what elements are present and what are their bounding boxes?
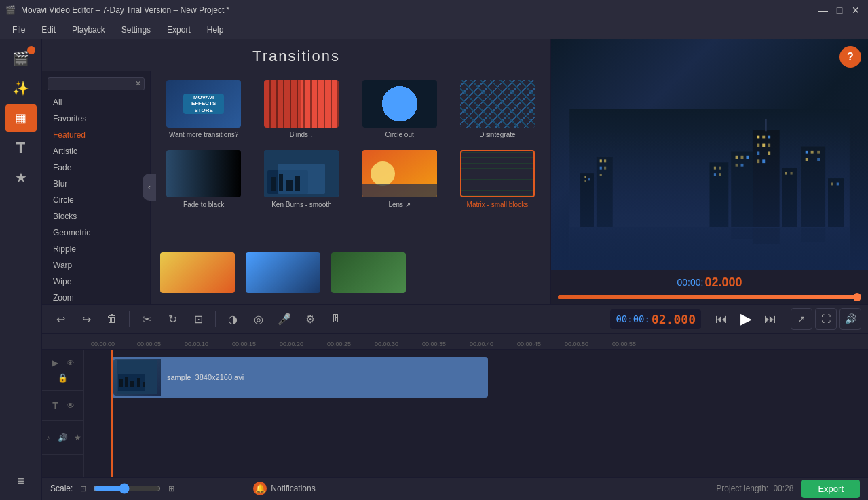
title-eye-icon[interactable]: 👁 — [64, 400, 77, 412]
playback-controls: ⏮ ▶ ⏭ — [711, 308, 781, 330]
transition-disintegrate[interactable]: Disintegrate — [451, 77, 544, 142]
close-button[interactable]: ✕ — [849, 3, 863, 17]
tool-titles[interactable]: T — [5, 134, 37, 161]
audio-track-icons: ♪ 🔊 ★ — [42, 431, 84, 444]
ken-burns-preview-svg — [264, 150, 339, 197]
edit-toolbar: ↩ ↪ 🗑 ✂ ↻ ⊡ ◑ ◎ 🎤 ⚙ 🎚 00:00: 02.000 ⏮ ▶ … — [42, 304, 868, 334]
transitions-grid-area: ‹ MOVAVIEFFECTSSTORE Want more transitio… — [151, 71, 550, 304]
export-ext-button[interactable]: ↗ — [791, 308, 812, 330]
transition-blinds[interactable]: Blinds ↓ — [255, 77, 347, 142]
fullscreen-button[interactable]: ⛶ — [815, 308, 837, 330]
scale-large-icon[interactable]: ⊞ — [165, 484, 177, 493]
toolbar-time-current: 02.000 — [652, 312, 696, 326]
sidebar-item-wipe[interactable]: Wipe — [45, 274, 147, 289]
notifications-button[interactable]: 🔔 Notifications — [253, 482, 315, 495]
menu-help[interactable]: Help — [200, 22, 231, 37]
delete-button[interactable]: 🗑 — [100, 307, 124, 330]
tool-effects[interactable]: ✨ — [5, 75, 37, 102]
go-start-button[interactable]: ⏮ — [711, 308, 732, 330]
preview-progress-thumb[interactable] — [853, 293, 861, 301]
help-button[interactable]: ? — [839, 46, 861, 68]
play-button[interactable]: ▶ — [735, 308, 757, 330]
audio-fx-icon[interactable]: ★ — [72, 431, 84, 444]
stabilize-button[interactable]: ◎ — [247, 307, 270, 330]
sidebar-item-featured[interactable]: Featured — [45, 128, 147, 142]
transitions-title: Transitions — [42, 39, 550, 71]
tool-favorites[interactable]: ★ — [5, 164, 37, 191]
ruler-mark-5: 00:00:25 — [327, 334, 351, 349]
cut-button[interactable]: ✂ — [135, 307, 158, 330]
color-button[interactable]: ◑ — [221, 307, 244, 330]
transitions-grid: MOVAVIEFFECTSSTORE Want more transitions… — [151, 71, 550, 250]
transition-matrix[interactable]: Matrix - small blocks — [451, 147, 544, 212]
scale-small-icon[interactable]: ⊡ — [77, 484, 89, 493]
audio-vol-icon[interactable]: 🔊 — [57, 431, 69, 444]
tool-media[interactable]: 🎬 — [5, 45, 37, 72]
svg-rect-64 — [130, 381, 134, 387]
svg-rect-3 — [271, 177, 276, 191]
preview-progress-bar[interactable] — [558, 295, 861, 299]
sidebar-item-all[interactable]: All — [45, 95, 147, 110]
menubar: File Edit Playback Settings Export Help — [0, 20, 868, 39]
transition-row2-3[interactable] — [328, 250, 409, 297]
sidebar-item-favorites[interactable]: Favorites — [45, 111, 147, 126]
timeline-tracks[interactable]: sample_3840x2160.avi — [84, 350, 868, 476]
collapse-panel-button[interactable]: ‹ — [143, 174, 156, 201]
volume-button[interactable]: 🔊 — [839, 308, 861, 330]
transition-fade-black[interactable]: Fade to black — [157, 147, 250, 212]
sidebar-item-warp[interactable]: Warp — [45, 258, 147, 273]
sidebar-item-fade[interactable]: Fade — [45, 160, 147, 175]
notifications-label: Notifications — [271, 484, 315, 493]
search-box[interactable]: ✕ — [48, 77, 145, 90]
sidebar-item-circle[interactable]: Circle — [45, 193, 147, 208]
svg-rect-2 — [278, 164, 325, 194]
transition-row2-1[interactable] — [157, 250, 238, 297]
sidebar-item-geometric[interactable]: Geometric — [45, 225, 147, 240]
scale-control: Scale: ⊡ ⊞ — [50, 483, 177, 494]
export-view-controls: ↗ ⛶ 🔊 — [791, 308, 861, 330]
menu-playback[interactable]: Playback — [65, 22, 112, 37]
search-clear-icon[interactable]: ✕ — [135, 79, 141, 88]
video-lock-icon[interactable]: 🔒 — [57, 372, 69, 384]
sidebar-item-artistic[interactable]: Artistic — [45, 144, 147, 159]
transitions-body: ✕ All Favorites Featured Artistic Fade B… — [42, 71, 550, 304]
menu-file[interactable]: File — [5, 22, 32, 37]
tool-transitions[interactable]: ▦ — [5, 104, 37, 132]
playhead[interactable] — [111, 350, 113, 476]
sidebar-item-zoom[interactable]: Zoom — [45, 290, 147, 304]
minimize-button[interactable]: — — [816, 3, 830, 17]
sidebar-item-blur[interactable]: Blur — [45, 176, 147, 191]
audio-track-controls: ♪ 🔊 ★ — [42, 421, 83, 455]
menu-settings[interactable]: Settings — [115, 22, 157, 37]
transition-ken-burns[interactable]: Ken Burns - smooth — [255, 147, 347, 212]
maximize-button[interactable]: □ — [833, 3, 846, 17]
disintegrate-label: Disintegrate — [479, 130, 515, 139]
video-eye-icon[interactable]: 👁 — [64, 357, 77, 369]
transition-effects-store[interactable]: MOVAVIEFFECTSSTORE Want more transitions… — [157, 77, 250, 142]
search-input[interactable] — [51, 80, 135, 88]
redo-button[interactable]: ↪ — [75, 307, 98, 330]
undo-button[interactable]: ↩ — [49, 307, 72, 330]
circle-out-thumb — [362, 80, 437, 128]
settings-button[interactable]: ⚙ — [299, 307, 322, 330]
transition-row2-2[interactable] — [243, 250, 323, 297]
go-end-button[interactable]: ⏭ — [759, 308, 781, 330]
scale-label: Scale: — [50, 484, 73, 493]
audio-eq-button[interactable]: 🎚 — [324, 307, 347, 330]
mic-button[interactable]: 🎤 — [273, 307, 296, 330]
app-title: Movavi Video Editor – 7-Day Trial Versio… — [21, 5, 229, 15]
disintegrate-thumb — [460, 80, 535, 128]
transition-lens[interactable]: Lens ↗ — [354, 147, 446, 212]
blinds-label: Blinds ↓ — [290, 130, 314, 139]
sidebar-item-blocks[interactable]: Blocks — [45, 209, 147, 224]
sidebar-item-ripple[interactable]: Ripple — [45, 242, 147, 256]
transition-circle-out[interactable]: Circle out — [354, 77, 446, 142]
rotate-button[interactable]: ↻ — [161, 307, 184, 330]
menu-export[interactable]: Export — [160, 22, 197, 37]
export-button[interactable]: Export — [801, 480, 860, 498]
video-track[interactable]: sample_3840x2160.avi — [111, 357, 488, 398]
crop-button[interactable]: ⊡ — [187, 307, 210, 330]
menu-edit[interactable]: Edit — [35, 22, 62, 37]
tool-more[interactable]: ≡ — [5, 467, 37, 495]
scale-slider[interactable] — [93, 483, 161, 494]
